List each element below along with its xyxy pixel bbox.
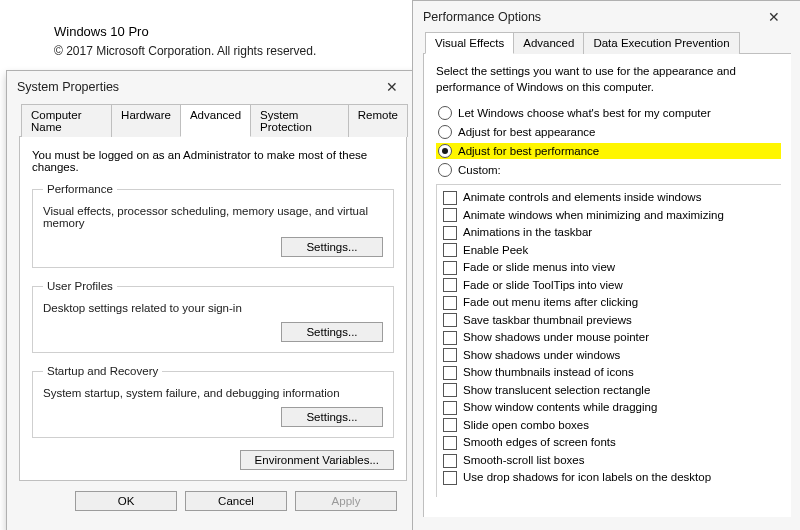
apply-button: Apply xyxy=(295,491,397,511)
perfopts-title: Performance Options xyxy=(423,10,541,24)
visual-effect-option[interactable]: Enable Peek xyxy=(443,242,781,260)
option-label: Show thumbnails instead of icons xyxy=(463,365,634,381)
ok-button[interactable]: OK xyxy=(75,491,177,511)
performance-legend: Performance xyxy=(43,183,117,195)
tab-visual-effects[interactable]: Visual Effects xyxy=(425,32,514,54)
option-label: Enable Peek xyxy=(463,243,528,259)
admin-notice: You must be logged on as an Administrato… xyxy=(32,149,394,173)
radio-let-windows[interactable]: Let Windows choose what's best for my co… xyxy=(436,105,781,121)
visual-effect-option[interactable]: Show shadows under mouse pointer xyxy=(443,329,781,347)
visual-effect-option[interactable]: Smooth edges of screen fonts xyxy=(443,434,781,452)
performance-group: Performance Visual effects, processor sc… xyxy=(32,183,394,268)
startup-recovery-desc: System startup, system failure, and debu… xyxy=(43,387,383,399)
radio-label: Custom: xyxy=(458,164,501,176)
option-label: Animations in the taskbar xyxy=(463,225,592,241)
checkbox-icon xyxy=(443,261,457,275)
visual-effect-option[interactable]: Use drop shadows for icon labels on the … xyxy=(443,469,781,487)
tab-computer-name[interactable]: Computer Name xyxy=(21,104,112,137)
radio-icon xyxy=(438,163,452,177)
about-windows-header: Windows 10 Pro © 2017 Microsoft Corporat… xyxy=(54,22,316,60)
checkbox-icon xyxy=(443,436,457,450)
checkbox-icon xyxy=(443,296,457,310)
option-label: Smooth edges of screen fonts xyxy=(463,435,616,451)
checkbox-icon xyxy=(443,418,457,432)
sysprops-footer: OK Cancel Apply xyxy=(19,481,407,511)
visual-effect-option[interactable]: Save taskbar thumbnail previews xyxy=(443,312,781,330)
visual-effect-option[interactable]: Animate controls and elements inside win… xyxy=(443,189,781,207)
checkbox-icon xyxy=(443,471,457,485)
option-label: Animate windows when minimizing and maxi… xyxy=(463,208,724,224)
tab-perf-advanced[interactable]: Advanced xyxy=(513,32,584,54)
visual-effect-option[interactable]: Show shadows under windows xyxy=(443,347,781,365)
checkbox-icon xyxy=(443,454,457,468)
system-properties-titlebar[interactable]: System Properties ✕ xyxy=(7,71,419,101)
startup-recovery-legend: Startup and Recovery xyxy=(43,365,162,377)
option-label: Fade out menu items after clicking xyxy=(463,295,638,311)
performance-options-dialog: Performance Options ✕ Visual Effects Adv… xyxy=(412,0,800,530)
radio-custom[interactable]: Custom: xyxy=(436,162,781,178)
visual-effects-checklist[interactable]: Animate controls and elements inside win… xyxy=(436,184,781,497)
checkbox-icon xyxy=(443,313,457,327)
visual-effect-option[interactable]: Slide open combo boxes xyxy=(443,417,781,435)
checkbox-icon xyxy=(443,208,457,222)
checkbox-icon xyxy=(443,331,457,345)
radio-label: Adjust for best appearance xyxy=(458,126,595,138)
option-label: Fade or slide ToolTips into view xyxy=(463,278,623,294)
system-properties-title: System Properties xyxy=(17,80,119,94)
radio-label: Let Windows choose what's best for my co… xyxy=(458,107,711,119)
startup-recovery-settings-button[interactable]: Settings... xyxy=(281,407,383,427)
checkbox-icon xyxy=(443,226,457,240)
user-profiles-settings-button[interactable]: Settings... xyxy=(281,322,383,342)
os-copyright: © 2017 Microsoft Corporation. All rights… xyxy=(54,42,316,60)
checkbox-icon xyxy=(443,191,457,205)
option-label: Show translucent selection rectangle xyxy=(463,383,650,399)
radio-best-performance[interactable]: Adjust for best performance xyxy=(436,143,781,159)
tab-dep[interactable]: Data Execution Prevention xyxy=(583,32,739,54)
performance-desc: Visual effects, processor scheduling, me… xyxy=(43,205,383,229)
advanced-tab-panel: You must be logged on as an Administrato… xyxy=(19,137,407,481)
visual-effect-option[interactable]: Fade or slide ToolTips into view xyxy=(443,277,781,295)
option-label: Use drop shadows for icon labels on the … xyxy=(463,470,711,486)
option-label: Slide open combo boxes xyxy=(463,418,589,434)
checkbox-icon xyxy=(443,278,457,292)
checkbox-icon xyxy=(443,348,457,362)
radio-best-appearance[interactable]: Adjust for best appearance xyxy=(436,124,781,140)
radio-label: Adjust for best performance xyxy=(458,145,599,157)
close-icon[interactable]: ✕ xyxy=(375,79,409,95)
visual-effect-option[interactable]: Smooth-scroll list boxes xyxy=(443,452,781,470)
visual-effects-panel: Select the settings you want to use for … xyxy=(423,54,791,517)
radio-icon xyxy=(438,106,452,120)
radio-icon xyxy=(438,144,452,158)
perfopts-titlebar[interactable]: Performance Options ✕ xyxy=(413,1,800,31)
user-profiles-desc: Desktop settings related to your sign-in xyxy=(43,302,383,314)
checkbox-icon xyxy=(443,383,457,397)
option-label: Fade or slide menus into view xyxy=(463,260,615,276)
cancel-button[interactable]: Cancel xyxy=(185,491,287,511)
checkbox-icon xyxy=(443,366,457,380)
tab-hardware[interactable]: Hardware xyxy=(111,104,181,137)
visual-effects-intro: Select the settings you want to use for … xyxy=(436,64,781,95)
option-label: Show window contents while dragging xyxy=(463,400,657,416)
visual-effect-option[interactable]: Show translucent selection rectangle xyxy=(443,382,781,400)
env-variables-button[interactable]: Environment Variables... xyxy=(240,450,394,470)
visual-effect-option[interactable]: Animations in the taskbar xyxy=(443,224,781,242)
checkbox-icon xyxy=(443,243,457,257)
option-label: Animate controls and elements inside win… xyxy=(463,190,701,206)
system-properties-dialog: System Properties ✕ Computer Name Hardwa… xyxy=(6,70,420,530)
visual-effect-option[interactable]: Show thumbnails instead of icons xyxy=(443,364,781,382)
tab-remote[interactable]: Remote xyxy=(348,104,408,137)
tab-advanced[interactable]: Advanced xyxy=(180,104,251,137)
startup-recovery-group: Startup and Recovery System startup, sys… xyxy=(32,365,394,438)
visual-effect-option[interactable]: Fade or slide menus into view xyxy=(443,259,781,277)
checkbox-icon xyxy=(443,401,457,415)
visual-effect-option[interactable]: Show window contents while dragging xyxy=(443,399,781,417)
visual-effect-option[interactable]: Animate windows when minimizing and maxi… xyxy=(443,207,781,225)
visual-effect-option[interactable]: Fade out menu items after clicking xyxy=(443,294,781,312)
tab-system-protection[interactable]: System Protection xyxy=(250,104,349,137)
option-label: Show shadows under windows xyxy=(463,348,620,364)
close-icon[interactable]: ✕ xyxy=(757,9,791,25)
performance-settings-button[interactable]: Settings... xyxy=(281,237,383,257)
user-profiles-group: User Profiles Desktop settings related t… xyxy=(32,280,394,353)
sysprops-tabs: Computer Name Hardware Advanced System P… xyxy=(19,103,407,137)
option-label: Show shadows under mouse pointer xyxy=(463,330,649,346)
